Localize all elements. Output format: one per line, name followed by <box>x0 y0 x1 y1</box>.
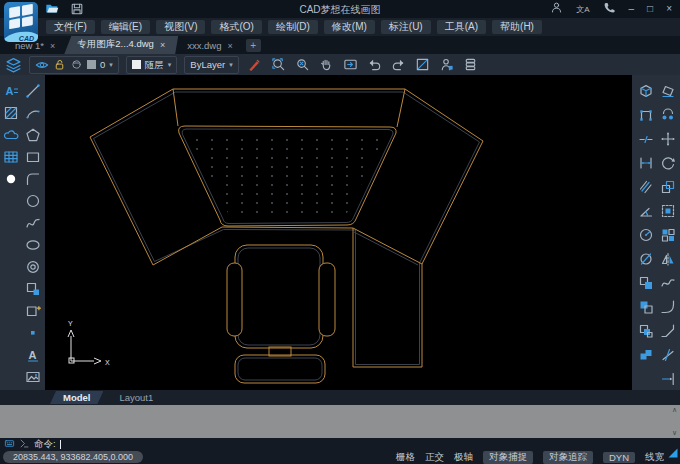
copy-icon[interactable] <box>660 107 676 123</box>
layer-unlock-icon[interactable] <box>53 58 66 71</box>
rectangle-icon[interactable] <box>25 149 41 165</box>
zoom-extents-icon[interactable] <box>294 56 311 73</box>
extend-icon[interactable] <box>660 371 676 387</box>
menu-edit[interactable]: 编辑(E) <box>101 20 150 34</box>
layer-control-group[interactable]: 0 ▾ <box>29 56 119 74</box>
layer-panel-icon[interactable] <box>5 56 22 73</box>
menu-file[interactable]: 文件(F) <box>46 20 95 34</box>
donut-icon[interactable] <box>25 259 41 275</box>
menu-format[interactable]: 格式(O) <box>211 20 261 34</box>
toggle-ortho[interactable]: 正交 <box>425 451 444 464</box>
measure-icon[interactable] <box>414 56 431 73</box>
fillet-icon[interactable] <box>660 299 676 315</box>
command-history-scrollbar[interactable]: ∧ ∨ <box>672 405 677 438</box>
hatch-icon[interactable] <box>3 105 19 121</box>
menu-view[interactable]: 视图(V) <box>156 20 205 34</box>
user-profile-icon[interactable] <box>438 56 455 73</box>
keyboard-icon[interactable] <box>19 438 30 451</box>
array-icon[interactable] <box>660 227 676 243</box>
point-style-icon-active[interactable] <box>3 171 19 187</box>
layer-color-swatch[interactable] <box>87 60 96 69</box>
spline-fit-icon[interactable] <box>660 275 676 291</box>
dim-diameter-icon[interactable] <box>638 251 654 267</box>
layer-dropdown-icon[interactable]: ▾ <box>109 61 113 69</box>
zoom-window-icon[interactable] <box>270 56 287 73</box>
new-tab-button[interactable]: + <box>246 39 261 52</box>
point-icon[interactable] <box>25 325 41 341</box>
table-icon[interactable] <box>3 149 19 165</box>
paste-coords-icon[interactable] <box>638 323 654 339</box>
toggle-dyn[interactable]: DYN <box>603 452 635 463</box>
drawing-canvas[interactable]: Y X <box>45 75 632 390</box>
current-color-swatch[interactable] <box>132 60 141 69</box>
dim-radius-icon[interactable] <box>638 227 654 243</box>
block-icon[interactable] <box>25 281 41 297</box>
layer-manager-icon[interactable] <box>462 56 479 73</box>
tab-layout1[interactable]: Layout1 <box>106 391 166 404</box>
support-phone-icon[interactable] <box>603 0 616 18</box>
circle-icon[interactable] <box>25 193 41 209</box>
text-style-icon[interactable]: A <box>3 83 19 99</box>
tab-model[interactable]: Model <box>50 391 103 404</box>
undo-icon[interactable] <box>366 56 383 73</box>
arc-icon[interactable] <box>25 105 41 121</box>
polygon-icon[interactable] <box>25 127 41 143</box>
layer-visibility-icon[interactable] <box>35 58 49 72</box>
revision-cloud-icon[interactable] <box>3 127 19 143</box>
toggle-lineweight[interactable]: 线宽 <box>645 451 664 464</box>
user-account-icon[interactable] <box>550 0 563 18</box>
image-icon[interactable] <box>25 369 41 385</box>
chamfer-icon[interactable] <box>660 323 676 339</box>
text-icon[interactable]: A <box>25 347 41 363</box>
scale-icon[interactable] <box>660 203 676 219</box>
scroll-up-icon[interactable]: ∧ <box>672 406 677 414</box>
command-panel-icon[interactable] <box>4 438 15 451</box>
command-line[interactable]: 命令: <box>0 438 680 450</box>
menu-help[interactable]: 帮助(H) <box>492 20 542 34</box>
dim-aligned-icon[interactable] <box>638 179 654 195</box>
mirror-icon[interactable] <box>660 251 676 267</box>
toggle-polar[interactable]: 极轴 <box>454 451 473 464</box>
menu-tools[interactable]: 工具(A) <box>437 20 486 34</box>
zoom-previous-icon[interactable] <box>342 56 359 73</box>
dim-linear-icon[interactable] <box>638 155 654 171</box>
group-icon[interactable] <box>638 347 654 363</box>
linetype-dropdown-icon[interactable]: ▾ <box>229 61 233 69</box>
box-3d-icon[interactable] <box>638 83 654 99</box>
tab-close-icon[interactable]: × <box>50 41 55 51</box>
offset-icon[interactable] <box>660 179 676 195</box>
match-properties-icon[interactable] <box>246 56 263 73</box>
trim-icon[interactable] <box>660 347 676 363</box>
move-icon[interactable] <box>660 131 676 147</box>
minimize-button[interactable]: – <box>629 4 635 14</box>
paste-block-icon[interactable] <box>638 299 654 315</box>
doc-tab-library[interactable]: 专用图库2...4.dwg × <box>64 36 178 54</box>
toggle-otrack[interactable]: 对象追踪 <box>543 451 593 464</box>
break-icon[interactable] <box>638 131 654 147</box>
scroll-down-icon[interactable]: ∨ <box>672 429 677 437</box>
redo-icon[interactable] <box>390 56 407 73</box>
maximize-button[interactable]: □ <box>647 4 653 14</box>
tab-close-icon[interactable]: × <box>227 41 232 51</box>
erase-icon[interactable] <box>660 83 676 99</box>
fullscreen-grip-icon[interactable] <box>667 445 679 463</box>
color-control-group[interactable]: 随层 ▾ <box>126 56 178 74</box>
menu-draw[interactable]: 绘制(D) <box>268 20 318 34</box>
close-button[interactable]: × <box>666 4 672 14</box>
command-history-panel[interactable]: ∧ ∨ <box>0 405 680 438</box>
spline-icon[interactable] <box>25 215 41 231</box>
toggle-grid[interactable]: 栅格 <box>396 451 415 464</box>
menu-modify[interactable]: 修改(M) <box>324 20 375 34</box>
ellipse-icon[interactable] <box>25 237 41 253</box>
doc-tab-xxx[interactable]: xxx.dwg × <box>178 38 242 54</box>
translate-icon[interactable]: 文A <box>576 4 589 15</box>
color-dropdown-icon[interactable]: ▾ <box>168 61 172 69</box>
copy-base-icon[interactable] <box>638 275 654 291</box>
polyline-edit-icon[interactable] <box>638 107 654 123</box>
rotate-icon[interactable] <box>660 155 676 171</box>
layer-freeze-icon[interactable] <box>70 58 83 71</box>
menu-dimension[interactable]: 标注(U) <box>381 20 431 34</box>
pan-icon[interactable] <box>318 56 335 73</box>
dim-angular-icon[interactable] <box>638 203 654 219</box>
tab-close-icon[interactable]: × <box>160 40 165 50</box>
